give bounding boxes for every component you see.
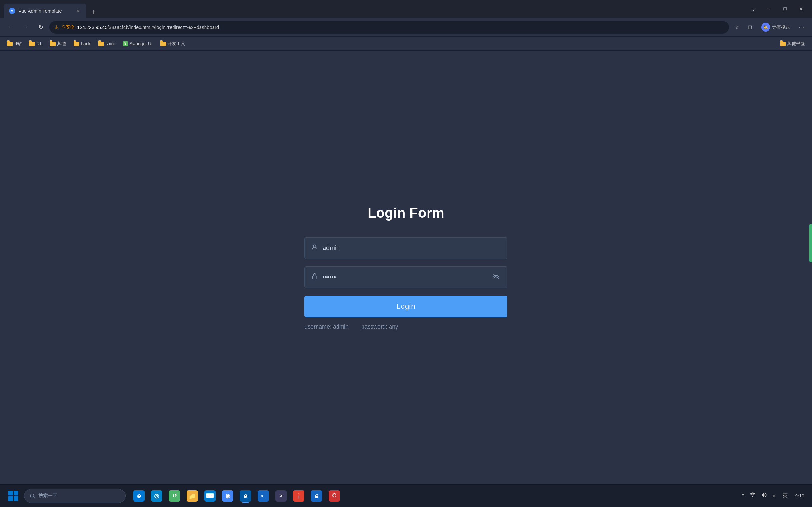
- edge-icon: e: [240, 490, 251, 502]
- system-clock[interactable]: 9:19: [793, 492, 807, 500]
- username-hint: username: admin: [305, 324, 349, 330]
- taskbar-app-edge-old[interactable]: ◎: [148, 488, 165, 504]
- windows-logo-icon: [8, 491, 18, 501]
- svg-rect-1: [313, 276, 317, 279]
- taskbar-app-green[interactable]: ↺: [166, 488, 183, 504]
- password-hint: password: any: [361, 324, 398, 330]
- back-button[interactable]: ←: [4, 21, 16, 34]
- mute-icon[interactable]: ✕: [771, 492, 777, 500]
- chrome-icon: ◉: [222, 490, 234, 502]
- taskbar-app-cmd[interactable]: >: [273, 488, 289, 504]
- bookmark-label: Swagger UI: [130, 41, 153, 46]
- bookmark-label: 其他: [57, 41, 66, 47]
- close-button[interactable]: ✕: [794, 3, 808, 14]
- taskbar-app-csdn[interactable]: C: [326, 488, 343, 504]
- ie2-icon: e: [311, 490, 322, 502]
- taskbar-app-explorer[interactable]: 📁: [184, 488, 200, 504]
- login-container: Login Form: [0, 205, 812, 330]
- language-indicator[interactable]: 英: [780, 491, 790, 500]
- green-app-icon: ↺: [169, 490, 180, 502]
- browser-menu-button[interactable]: ⋯: [796, 21, 808, 34]
- taskbar-app-chrome[interactable]: ◉: [219, 488, 236, 504]
- folder-icon: [98, 42, 104, 46]
- taskbar-app-vscode[interactable]: ⌨: [202, 488, 218, 504]
- start-button[interactable]: [5, 488, 21, 504]
- bookmark-shiro[interactable]: shiro: [95, 40, 118, 48]
- bookmark-swagger[interactable]: S Swagger UI: [119, 40, 156, 48]
- search-placeholder-text: 搜索一下: [38, 493, 57, 499]
- svg-point-4: [752, 496, 753, 497]
- time-text: 9:19: [795, 493, 804, 498]
- bookmark-rl[interactable]: RL: [26, 40, 45, 48]
- lock-icon: [311, 273, 318, 282]
- bookmark-other[interactable]: 其他: [47, 40, 69, 48]
- folder-icon: [7, 42, 13, 46]
- collapse-button[interactable]: ⌄: [746, 3, 761, 14]
- folder-icon: [73, 42, 79, 46]
- title-bar: V Vue Admin Template ✕ + ⌄ ─ □ ✕: [0, 0, 812, 18]
- tray-chevron-icon[interactable]: ^: [740, 491, 745, 500]
- taskbar: 搜索一下 e ◎ ↺ 📁 ⌨ ◉: [0, 484, 812, 507]
- refresh-button[interactable]: ↻: [34, 21, 47, 34]
- bookmark-devtools[interactable]: 开发工具: [157, 40, 189, 48]
- url-domain: 124.223.95.45: [77, 24, 107, 30]
- forward-button[interactable]: →: [19, 21, 32, 34]
- taskbar-app-maps[interactable]: 📍: [291, 488, 307, 504]
- bookmark-star-button[interactable]: ☆: [731, 21, 743, 33]
- taskbar-app-edge[interactable]: e: [237, 488, 254, 504]
- tab-favicon: V: [9, 8, 15, 14]
- svg-line-3: [33, 497, 35, 498]
- taskbar-app-ie[interactable]: e: [131, 488, 147, 504]
- bookmark-label: bank: [81, 41, 90, 46]
- bookmarks-more-button[interactable]: 其他书签: [777, 40, 808, 48]
- scrollbar-accent[interactable]: [809, 224, 812, 262]
- minimize-button[interactable]: ─: [762, 3, 776, 14]
- volume-icon[interactable]: [760, 491, 768, 501]
- active-tab[interactable]: V Vue Admin Template ✕: [4, 4, 86, 18]
- folder-icon: [29, 42, 35, 46]
- page-content: Login Form: [0, 51, 812, 484]
- tab-close-button[interactable]: ✕: [75, 8, 81, 14]
- profile-label: 无痕模式: [772, 24, 790, 30]
- security-warning-icon: ⚠: [55, 24, 59, 30]
- profile-button[interactable]: 🕵 无痕模式: [758, 21, 793, 34]
- password-input-group: [305, 267, 507, 288]
- bookmark-label: RL: [37, 41, 42, 46]
- taskbar-app-ie2[interactable]: e: [308, 488, 325, 504]
- url-bar[interactable]: ⚠ 不安全 124.223.95.45/38aacf4b/index.html#…: [49, 21, 729, 34]
- bookmark-label: 开发工具: [167, 41, 185, 47]
- bookmark-label: B站: [14, 41, 21, 47]
- url-text: 124.223.95.45/38aacf4b/index.html#/login…: [77, 24, 724, 30]
- maximize-button[interactable]: □: [778, 3, 792, 14]
- folder-icon: [160, 42, 166, 46]
- explorer-icon: 📁: [187, 490, 198, 502]
- split-view-button[interactable]: ⊡: [744, 21, 756, 33]
- network-icon[interactable]: [748, 491, 757, 501]
- login-hints: username: admin password: any: [305, 324, 507, 330]
- edge-old-icon: ◎: [151, 490, 162, 502]
- taskbar-app-terminal-blue[interactable]: >_: [255, 488, 271, 504]
- insecure-label: 不安全: [61, 24, 74, 30]
- folder-icon: [50, 42, 55, 46]
- new-tab-button[interactable]: +: [88, 6, 99, 18]
- bookmark-bank[interactable]: bank: [70, 40, 94, 48]
- profile-icon: 🕵: [761, 23, 770, 32]
- swagger-favicon: S: [123, 41, 128, 46]
- bookmarks-bar: B站 RL 其他 bank shiro S Swagger UI 开发工具: [0, 37, 812, 51]
- username-input-group: [305, 237, 507, 259]
- svg-point-2: [31, 494, 34, 498]
- tab-area: V Vue Admin Template ✕ +: [4, 0, 744, 18]
- password-input[interactable]: [322, 274, 487, 281]
- taskbar-search[interactable]: 搜索一下: [24, 489, 125, 503]
- svg-point-0: [313, 245, 316, 247]
- username-input[interactable]: [322, 244, 501, 251]
- login-button[interactable]: Login: [305, 296, 507, 317]
- cmd-icon: >: [275, 490, 287, 502]
- toggle-password-visibility-button[interactable]: [491, 272, 501, 282]
- search-icon: [30, 493, 35, 499]
- title-bar-controls: ⌄ ─ □ ✕: [746, 3, 808, 14]
- user-icon: [311, 244, 318, 252]
- bookmark-b站[interactable]: B站: [4, 40, 25, 48]
- address-bar: ← → ↻ ⚠ 不安全 124.223.95.45/38aacf4b/index…: [0, 18, 812, 37]
- bookmarks-more-label: 其他书签: [787, 41, 805, 47]
